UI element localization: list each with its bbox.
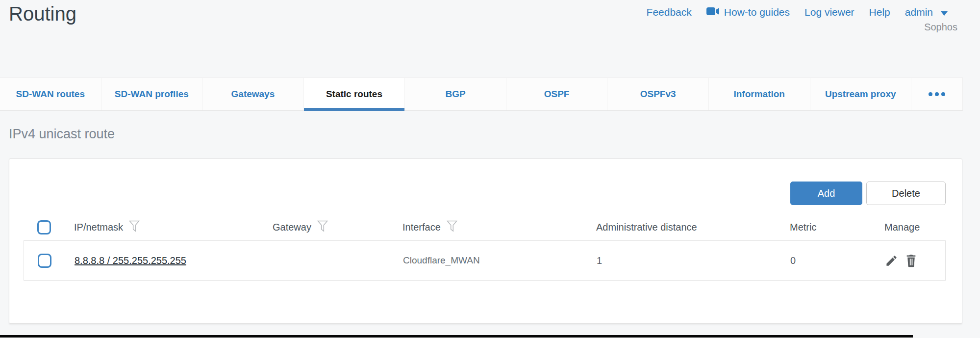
administrative-distance-cell: 1 [597, 255, 790, 266]
table-toolbar: Add Delete [790, 182, 946, 205]
manage-cell [876, 254, 945, 267]
ellipsis-icon [941, 92, 945, 96]
metric-value: 0 [790, 255, 796, 266]
tab-upstream-proxy[interactable]: Upstream proxy [810, 78, 911, 110]
routes-panel: Add Delete IP/netmask Gateway Interface … [9, 158, 962, 324]
filter-icon[interactable] [447, 220, 457, 234]
ellipsis-icon [935, 92, 939, 96]
interface-cell: Cloudflare_MWAN [403, 255, 597, 266]
header-checkbox-cell [37, 220, 74, 234]
user-menu[interactable]: admin [905, 6, 948, 18]
column-header-label: Interface [402, 222, 441, 233]
column-header-administrative-distance: Administrative distance [596, 222, 790, 233]
row-checkbox[interactable] [38, 254, 51, 268]
column-header-label: IP/netmask [74, 222, 123, 233]
metric-cell: 0 [790, 255, 876, 266]
interface-value: Cloudflare_MWAN [403, 255, 480, 266]
log-viewer-link[interactable]: Log viewer [804, 6, 854, 18]
video-camera-icon [706, 6, 720, 18]
add-button[interactable]: Add [790, 182, 862, 205]
delete-button[interactable]: Delete [866, 182, 946, 205]
column-header-metric: Metric [790, 222, 876, 233]
table-header: IP/netmask Gateway Interface Administrat… [24, 214, 946, 240]
ip-netmask-cell: 8.8.8.8 / 255.255.255.255 [75, 255, 273, 266]
feedback-link[interactable]: Feedback [647, 6, 692, 18]
column-header-ip-netmask: IP/netmask [74, 220, 273, 234]
filter-icon[interactable] [129, 220, 140, 234]
section-heading: IPv4 unicast route [9, 127, 115, 142]
column-header-label: Administrative distance [596, 222, 697, 233]
howto-guides-link[interactable]: How-to guides [706, 6, 790, 18]
filter-icon[interactable] [317, 220, 328, 234]
administrative-distance-value: 1 [597, 255, 602, 266]
tab-ospfv3[interactable]: OSPFv3 [607, 78, 708, 110]
page-title: Routing [9, 1, 76, 26]
tab-sd-wan-profiles[interactable]: SD-WAN profiles [101, 78, 202, 110]
tab-ospf[interactable]: OSPF [506, 78, 607, 110]
pencil-icon[interactable] [885, 254, 898, 267]
tab-sd-wan-routes[interactable]: SD-WAN routes [0, 78, 101, 110]
tab-gateways[interactable]: Gateways [202, 78, 303, 110]
user-menu-label: admin [905, 6, 933, 18]
bottom-window-edge [0, 335, 913, 338]
ellipsis-icon [929, 92, 932, 96]
top-navigation: Feedback How-to guides Log viewer Help a… [647, 6, 948, 18]
column-header-label: Gateway [273, 222, 311, 233]
feedback-link-label: Feedback [647, 6, 692, 18]
tab-static-routes[interactable]: Static routes [303, 78, 405, 110]
ip-netmask-link[interactable]: 8.8.8.8 / 255.255.255.255 [75, 255, 186, 266]
table-row: 8.8.8.8 / 255.255.255.255 Cloudflare_MWA… [24, 240, 946, 281]
chevron-down-icon [941, 6, 948, 18]
column-header-label: Manage [884, 222, 920, 233]
trash-icon[interactable] [905, 254, 917, 267]
tab-information[interactable]: Information [708, 78, 810, 110]
tab-bar: SD-WAN routes SD-WAN profiles Gateways S… [0, 78, 963, 111]
log-viewer-link-label: Log viewer [804, 6, 854, 18]
tabs-overflow-button[interactable] [911, 78, 962, 110]
column-header-manage: Manage [876, 222, 946, 233]
column-header-label: Metric [790, 222, 816, 233]
column-header-gateway: Gateway [273, 220, 402, 234]
row-checkbox-cell [38, 254, 75, 268]
select-all-checkbox[interactable] [37, 220, 51, 234]
column-header-interface: Interface [402, 220, 596, 234]
help-link-label: Help [869, 6, 890, 18]
tab-bgp[interactable]: BGP [404, 78, 506, 110]
brand-label: Sophos [924, 22, 957, 33]
help-link[interactable]: Help [869, 6, 890, 18]
howto-guides-link-label: How-to guides [724, 6, 790, 18]
